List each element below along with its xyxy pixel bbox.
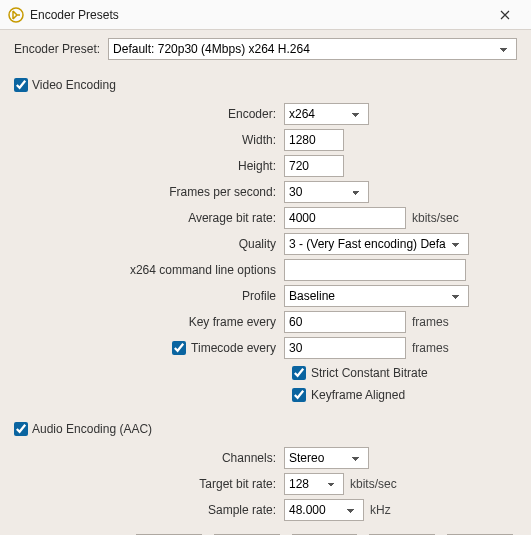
encoder-preset-label: Encoder Preset: <box>14 42 100 56</box>
encoder-label: Encoder: <box>14 107 284 121</box>
tbr-suffix: kbits/sec <box>350 477 397 491</box>
titlebar: Encoder Presets <box>0 0 531 30</box>
profile-label: Profile <box>14 289 284 303</box>
timecode-label: Timecode every <box>191 341 276 355</box>
abr-suffix: kbits/sec <box>412 211 459 225</box>
strict-cbr-checkbox[interactable] <box>292 366 306 380</box>
app-icon <box>8 7 24 23</box>
sr-select[interactable]: 48.000 <box>284 499 364 521</box>
profile-select[interactable]: Baseline <box>284 285 469 307</box>
button-row: Close Delete Save As... Save Help <box>14 524 517 535</box>
content-area: Encoder Preset: Default: 720p30 (4Mbps) … <box>0 30 531 535</box>
abr-input[interactable] <box>284 207 406 229</box>
timecode-input[interactable] <box>284 337 406 359</box>
sr-label: Sample rate: <box>14 503 284 517</box>
keyframe-aligned-label: Keyframe Aligned <box>311 388 405 402</box>
quality-select[interactable]: 3 - (Very Fast encoding) Default <box>284 233 469 255</box>
keyframe-label: Key frame every <box>14 315 284 329</box>
cmd-label: x264 command line options <box>14 263 284 277</box>
video-encoding-group: Video Encoding Encoder: x264 Width: Heig… <box>14 72 517 406</box>
fps-label: Frames per second: <box>14 185 284 199</box>
timecode-checkbox[interactable] <box>172 341 186 355</box>
fps-select[interactable]: 30 <box>284 181 369 203</box>
close-window-button[interactable] <box>485 0 525 30</box>
keyframe-aligned-checkbox[interactable] <box>292 388 306 402</box>
audio-encoding-label: Audio Encoding (AAC) <box>32 422 152 436</box>
video-encoding-checkbox[interactable] <box>14 78 28 92</box>
channels-select[interactable]: Stereo <box>284 447 369 469</box>
tbr-label: Target bit rate: <box>14 477 284 491</box>
height-input[interactable] <box>284 155 344 177</box>
window-title: Encoder Presets <box>30 8 485 22</box>
width-input[interactable] <box>284 129 344 151</box>
timecode-suffix: frames <box>412 341 449 355</box>
height-label: Height: <box>14 159 284 173</box>
quality-label: Quality <box>14 237 284 251</box>
keyframe-suffix: frames <box>412 315 449 329</box>
encoder-preset-select[interactable]: Default: 720p30 (4Mbps) x264 H.264 <box>108 38 517 60</box>
strict-cbr-label: Strict Constant Bitrate <box>311 366 428 380</box>
channels-label: Channels: <box>14 451 284 465</box>
encoder-preset-row: Encoder Preset: Default: 720p30 (4Mbps) … <box>14 38 517 60</box>
keyframe-input[interactable] <box>284 311 406 333</box>
encoder-select[interactable]: x264 <box>284 103 369 125</box>
audio-encoding-group: Audio Encoding (AAC) Channels: Stereo Ta… <box>14 416 517 522</box>
video-encoding-label: Video Encoding <box>32 78 116 92</box>
sr-suffix: kHz <box>370 503 391 517</box>
audio-encoding-checkbox[interactable] <box>14 422 28 436</box>
abr-label: Average bit rate: <box>14 211 284 225</box>
close-icon <box>500 10 510 20</box>
tbr-select[interactable]: 128 <box>284 473 344 495</box>
width-label: Width: <box>14 133 284 147</box>
cmd-input[interactable] <box>284 259 466 281</box>
